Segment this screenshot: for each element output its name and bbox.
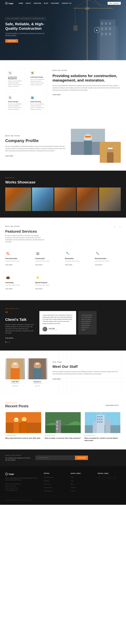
testimonials-view-more[interactable]: View More: [5, 338, 16, 339]
newsletter-email-input[interactable]: [35, 456, 75, 460]
author-avatar-0: [42, 327, 47, 332]
featured-icon-5: ⭐: [35, 275, 40, 280]
featured-label: WHAT WE OFFER: [5, 226, 45, 228]
footer: h hygge We are a long-established, indep…: [0, 466, 126, 505]
featured-service-link-5[interactable]: View More →: [35, 288, 44, 290]
featured-service-link-4[interactable]: View More →: [5, 288, 14, 290]
showcase-img-0: [5, 188, 31, 211]
footer-office-link-0[interactable]: 2345 Albert Street: [44, 477, 53, 478]
service-icon-0: 🏗️: [8, 71, 12, 75]
services-view-more[interactable]: View More: [52, 94, 63, 96]
company-section: WHAT WE OFFER Company Profile We are a l…: [0, 121, 126, 170]
svg-rect-43: [23, 418, 26, 418]
svg-rect-42: [15, 418, 18, 419]
staff-role-1: Contractor: [28, 383, 47, 384]
footer-quick-link-3[interactable]: Featured: [71, 487, 76, 488]
dot-2[interactable]: [9, 342, 10, 343]
quote-mark: ": [5, 311, 34, 316]
featured-service-desc-3: Lorem ipsum dolor sit amet.: [95, 260, 121, 262]
service-title-0: Construction Management: [8, 76, 22, 80]
newsletter-text: NEWSLETTER SIGNUP Our certified service …: [5, 455, 32, 461]
featured-service-5: ⭐ Special Projects Lorem ipsum dolor sit…: [35, 272, 61, 292]
featured-heading: Featured Services: [5, 229, 45, 234]
svg-rect-61: [99, 421, 100, 422]
site-logo[interactable]: h hygge: [5, 2, 13, 4]
hero-play-button[interactable]: [94, 27, 100, 33]
post-title-0: Why subcontractors need to own their dat…: [5, 437, 42, 439]
service-icon-1: 🌿: [30, 71, 35, 75]
dot-0[interactable]: [5, 342, 6, 343]
staff-view-more[interactable]: View More: [52, 378, 63, 380]
svg-rect-58: [99, 419, 100, 420]
svg-rect-62: [101, 421, 102, 422]
featured-service-desc-4: Lorem ipsum dolor sit amet.: [5, 284, 31, 286]
twitter-icon[interactable]: t: [103, 476, 106, 480]
services-right: WHAT WE OFFER Providing solutions for co…: [52, 68, 121, 113]
svg-rect-57: [97, 419, 98, 420]
footer-office-link-4[interactable]: info@hygge.com: [44, 490, 53, 492]
company-view-more[interactable]: View More: [5, 155, 16, 156]
linkedin-icon[interactable]: in: [108, 476, 111, 480]
nav-cta-button[interactable]: Get A Quote: [108, 2, 121, 5]
footer-office-link-1[interactable]: Building 12: [44, 480, 50, 482]
staff-label: OUR TEAM: [52, 361, 121, 363]
featured-service-desc-2: Lorem ipsum dolor sit amet.: [65, 260, 91, 262]
company-desc: We are a long-established, independent b…: [5, 145, 66, 152]
featured-service-0: 🏗️ Preconstruction Lorem ipsum dolor sit…: [5, 248, 31, 268]
featured-icon-4: 💼: [5, 275, 11, 280]
posts-header-left: FROM THE BLOG Recent Posts: [5, 402, 28, 408]
service-card-1: 🌿 Landscape Design We are a long-establi…: [28, 68, 47, 90]
testimonial-text-1: I cannot say thing it's constructive to …: [81, 314, 93, 331]
testimonial-author-0: Jess Petit Contractor: [42, 327, 73, 332]
nav-services[interactable]: Services: [34, 2, 41, 4]
featured-service-title-1: Construction: [35, 258, 61, 260]
testimonials-section: WHAT PEOPLE SAY " Client's Talk We have …: [0, 300, 126, 350]
pinterest-icon[interactable]: p: [113, 476, 116, 480]
showcase-img-4: [99, 188, 121, 211]
hero-cta-button[interactable]: View More: [5, 39, 18, 43]
footer-office-link-2[interactable]: New York, NY: [44, 484, 51, 485]
featured-service-link-0[interactable]: View More →: [5, 264, 14, 266]
staff-name-1: Shezuka Li: [28, 381, 47, 382]
svg-rect-23: [85, 136, 91, 138]
svg-rect-22: [84, 140, 92, 155]
staff-card-1: Shezuka Li Contractor ★★★★: [28, 358, 47, 387]
svg-rect-48: [57, 424, 57, 426]
featured-service-link-1[interactable]: View More →: [35, 264, 44, 266]
showcase-item-0: [5, 188, 31, 211]
post-img-2: [84, 412, 121, 433]
facebook-icon[interactable]: f: [98, 476, 101, 480]
nav-contact[interactable]: Contact Us: [62, 2, 72, 4]
svg-rect-5: [85, 7, 89, 10]
services-label: WHAT WE OFFER: [52, 69, 121, 72]
footer-office-link-3[interactable]: (123) 456-7890: [44, 487, 52, 488]
featured-service-link-3[interactable]: View More →: [95, 264, 104, 266]
newsletter-subscribe-button[interactable]: Subscribe: [75, 456, 88, 460]
footer-quick-link-0[interactable]: Home: [71, 477, 74, 478]
nav-featured[interactable]: Featured: [51, 2, 59, 4]
footer-quick-link-4[interactable]: Services: [71, 490, 75, 492]
svg-rect-45: [45, 425, 81, 433]
footer-social-links: f t in p: [98, 476, 121, 480]
nav-blog[interactable]: Blog: [44, 2, 48, 4]
nav-home[interactable]: Home: [19, 2, 23, 4]
svg-rect-12: [109, 22, 111, 25]
footer-quick-link-1[interactable]: About: [71, 480, 74, 482]
posts-view-more[interactable]: View More Posts: [105, 405, 121, 406]
footer-quick-link-2[interactable]: Blog: [71, 484, 73, 485]
showcase-img-1: [32, 188, 54, 211]
svg-rect-1: [74, 8, 113, 9]
service-card-0: 🏗️ Construction Management We are a long…: [5, 68, 25, 90]
staff-avatar-0: [5, 358, 25, 379]
svg-line-6: [75, 9, 76, 26]
service-icon-3: 🏙️: [30, 96, 35, 100]
featured-service-title-0: Preconstruction: [5, 258, 31, 260]
post-title-2: Plans revealed for 'world's second talle…: [84, 437, 121, 442]
post-date-1: 28 August 2020: [45, 435, 81, 436]
featured-service-link-2[interactable]: View More →: [65, 264, 74, 266]
showcase-heading: Works Showcase: [5, 180, 121, 184]
dot-1[interactable]: [7, 342, 8, 343]
nav-about[interactable]: About: [26, 2, 31, 4]
staff-stars-0: ★★★★★: [5, 385, 25, 387]
featured-services-grid: 🏗️ Preconstruction Lorem ipsum dolor sit…: [5, 248, 121, 292]
